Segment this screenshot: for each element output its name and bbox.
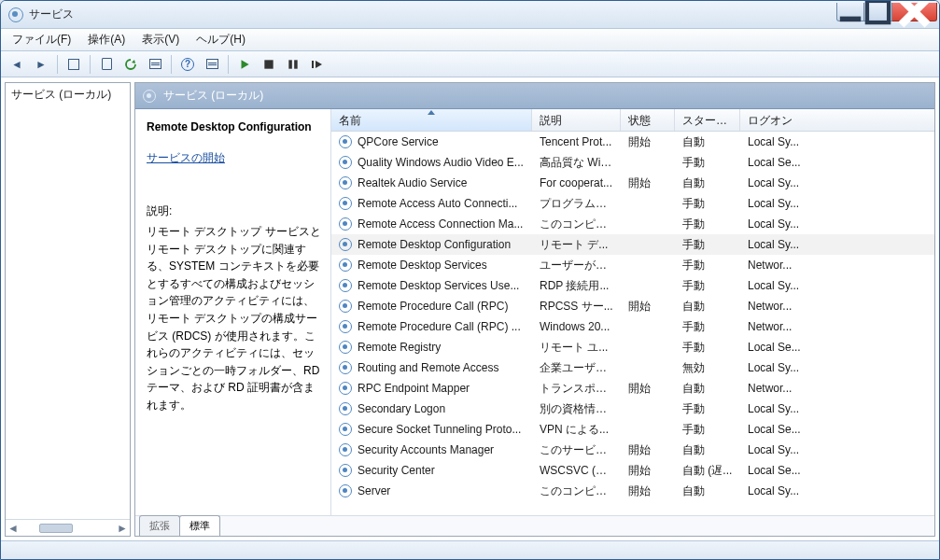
cell-startup: 手動 <box>675 155 740 171</box>
cell-desc: 別の資格情報... <box>532 401 621 417</box>
cell-logon: Networ... <box>740 300 934 313</box>
table-row[interactable]: Serverこのコンピュ...開始自動Local Sy... <box>331 481 934 501</box>
column-logon[interactable]: ログオン <box>740 109 934 131</box>
table-row[interactable]: Remote Desktop Servicesユーザーがリ...手動Networ… <box>331 255 934 275</box>
stop-service-button[interactable] <box>259 54 279 75</box>
cell-desc: WSCSVC (W... <box>532 464 621 477</box>
table-row[interactable]: Security Accounts Managerこのサービス...開始自動Lo… <box>331 440 934 460</box>
cell-name: Remote Procedure Call (RPC) <box>331 300 532 313</box>
help-button[interactable]: ? <box>177 54 198 75</box>
cell-startup: 手動 <box>675 401 740 417</box>
content-pane: サービス (ローカル) Remote Desktop Configuration… <box>134 82 935 537</box>
tree: サービス (ローカル) <box>6 83 130 519</box>
table-row[interactable]: Secondary Logon別の資格情報...手動Local Sy... <box>331 399 934 419</box>
cell-startup: 手動 <box>675 217 740 232</box>
titlebar[interactable]: サービス <box>1 1 939 29</box>
table-row[interactable]: Secure Socket Tunneling Proto...VPN による.… <box>331 419 934 440</box>
service-icon <box>339 423 352 436</box>
list-rows[interactable]: QPCore ServiceTencent Prot...開始自動Local S… <box>331 132 934 515</box>
service-icon <box>339 443 352 456</box>
table-row[interactable]: Quality Windows Audio Video E...高品質な Win… <box>331 152 934 173</box>
cell-status: 開始 <box>621 442 675 458</box>
column-desc[interactable]: 説明 <box>532 109 621 131</box>
forward-button[interactable] <box>31 54 51 75</box>
app-icon <box>8 7 23 22</box>
cell-logon: Local Sy... <box>740 443 934 456</box>
export-list-button[interactable] <box>145 54 165 75</box>
column-status[interactable]: 状態 <box>621 109 675 131</box>
service-icon <box>339 197 352 210</box>
table-row[interactable]: Remote Procedure Call (RPC) ...Windows 2… <box>331 316 934 337</box>
table-row[interactable]: Remote Access Auto Connecti...プログラムに...手… <box>331 193 934 214</box>
cell-startup: 手動 <box>675 196 740 212</box>
cell-startup: 手動 <box>675 258 740 273</box>
cell-name: Server <box>331 484 532 497</box>
start-service-link[interactable]: サービスの開始 <box>147 150 225 166</box>
cell-desc: トランスポー... <box>532 381 621 397</box>
scroll-thumb[interactable] <box>39 524 73 533</box>
refresh-button[interactable] <box>120 54 141 75</box>
column-name[interactable]: 名前 <box>331 109 532 131</box>
restart-service-button[interactable] <box>307 54 328 75</box>
service-icon <box>339 402 352 415</box>
cell-status: 開始 <box>621 483 675 499</box>
maximize-button[interactable] <box>864 3 892 21</box>
cell-desc: ユーザーがリ... <box>532 258 621 273</box>
nav-hscrollbar[interactable]: ◄ ► <box>6 519 130 536</box>
cell-name: Remote Access Auto Connecti... <box>331 197 532 210</box>
scroll-left-icon[interactable]: ◄ <box>6 522 21 535</box>
properties-button[interactable] <box>96 54 117 75</box>
show-hide-tree-button[interactable] <box>63 54 84 75</box>
back-button[interactable] <box>7 54 27 75</box>
separator <box>228 55 229 74</box>
table-row[interactable]: Routing and Remote Access企業ユーザー...無効Loca… <box>331 357 934 378</box>
cell-startup: 自動 <box>675 175 740 191</box>
cell-name: Remote Registry <box>331 341 532 354</box>
service-icon <box>339 156 352 169</box>
tab-extended[interactable]: 拡張 <box>139 515 180 536</box>
pause-service-button[interactable] <box>283 54 303 75</box>
cell-name: Remote Procedure Call (RPC) ... <box>331 320 532 333</box>
service-icon <box>339 341 352 354</box>
cell-desc: 企業ユーザー... <box>532 360 621 376</box>
cell-logon: Networ... <box>740 259 934 272</box>
cell-name: QPCore Service <box>331 135 532 148</box>
menu-action[interactable]: 操作(A) <box>80 29 133 50</box>
table-row[interactable]: Remote Desktop Services Use...RDP 接続用...… <box>331 275 934 296</box>
cell-desc: RPCSS サー... <box>532 299 621 315</box>
services-window: サービス ファイル(F) 操作(A) 表示(V) ヘルプ(H) <box>0 0 940 560</box>
scroll-right-icon[interactable]: ► <box>115 522 130 535</box>
column-startup[interactable]: スタート... <box>675 109 740 131</box>
cell-logon: Local Se... <box>740 341 934 354</box>
view-button[interactable] <box>202 54 222 75</box>
minimize-button[interactable] <box>836 3 864 21</box>
table-row[interactable]: Remote Desktop Configurationリモート デ...手動L… <box>331 234 934 255</box>
close-button[interactable] <box>892 3 937 21</box>
content-tabs: 拡張 標準 <box>135 515 934 536</box>
menu-view[interactable]: 表示(V) <box>134 29 187 50</box>
cell-status: 開始 <box>621 134 675 150</box>
svg-rect-1 <box>867 0 889 21</box>
table-row[interactable]: Remote Access Connection Ma...このコンピュ...手… <box>331 214 934 234</box>
table-row[interactable]: Remote Procedure Call (RPC)RPCSS サー...開始… <box>331 296 934 316</box>
cell-startup: 自動 (遅... <box>675 463 740 479</box>
cell-name-text: QPCore Service <box>358 135 439 148</box>
table-row[interactable]: RPC Endpoint Mapperトランスポー...開始自動Networ..… <box>331 378 934 399</box>
cell-name: Remote Desktop Services <box>331 259 532 272</box>
tab-standard[interactable]: 標準 <box>179 515 220 536</box>
table-row[interactable]: QPCore ServiceTencent Prot...開始自動Local S… <box>331 132 934 152</box>
service-icon <box>339 279 352 292</box>
menu-file[interactable]: ファイル(F) <box>5 29 78 50</box>
tree-root[interactable]: サービス (ローカル) <box>11 87 124 103</box>
table-row[interactable]: Realtek Audio ServiceFor cooperat...開始自動… <box>331 173 934 193</box>
start-service-button[interactable] <box>234 54 255 75</box>
menu-help[interactable]: ヘルプ(H) <box>189 29 253 50</box>
cell-logon: Local Sy... <box>740 484 934 497</box>
cell-name: Remote Desktop Configuration <box>331 238 532 251</box>
separator <box>90 55 91 74</box>
cell-name: RPC Endpoint Mapper <box>331 382 532 395</box>
table-row[interactable]: Security CenterWSCSVC (W...開始自動 (遅...Loc… <box>331 460 934 481</box>
cell-logon: Local Sy... <box>740 176 934 189</box>
table-row[interactable]: Remote Registryリモート ユ...手動Local Se... <box>331 337 934 357</box>
content-header: サービス (ローカル) <box>135 83 934 109</box>
